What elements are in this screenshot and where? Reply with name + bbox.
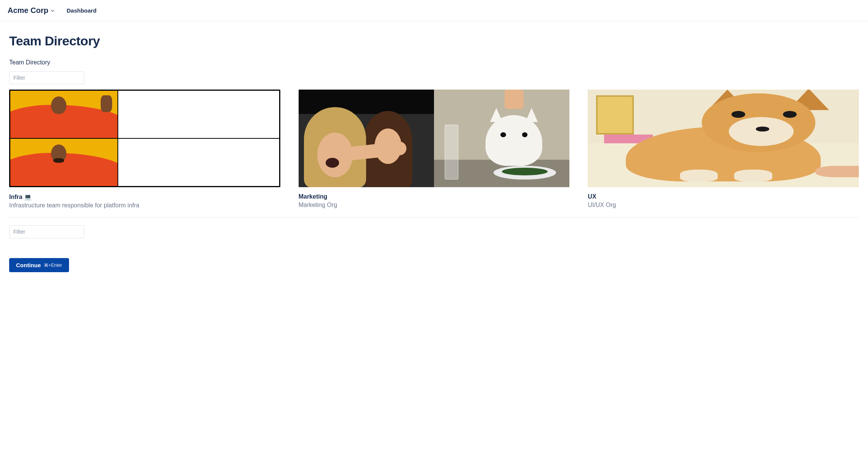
- drake-meme-image: [9, 90, 280, 187]
- team-subtitle: UI/UX Org: [588, 202, 859, 209]
- team-title: Marketing: [299, 193, 570, 200]
- page-title: Team Directory: [9, 34, 859, 48]
- section-label: Team Directory: [9, 59, 859, 66]
- team-card-ux[interactable]: UX UI/UX Org: [588, 90, 859, 209]
- team-title: UX: [588, 193, 859, 200]
- navbar: Acme Corp Dashboard: [0, 0, 868, 21]
- continue-button[interactable]: Continue ⌘+Enter: [9, 258, 69, 272]
- teams-grid: Infra 💻 Infrastructure team responsible …: [9, 90, 859, 218]
- continue-label: Continue: [16, 262, 41, 268]
- chevron-down-icon: [51, 9, 55, 13]
- team-image: [588, 90, 859, 187]
- filter-top-wrap: [9, 71, 859, 84]
- continue-shortcut: ⌘+Enter: [44, 263, 62, 268]
- filter-input-top[interactable]: [9, 71, 84, 84]
- doge-meme-image: [588, 90, 859, 187]
- filter-bottom-wrap: [9, 225, 859, 238]
- team-card-infra[interactable]: Infra 💻 Infrastructure team responsible …: [9, 90, 280, 209]
- team-image: [299, 90, 570, 187]
- team-image: [9, 90, 280, 187]
- filter-input-bottom[interactable]: [9, 225, 84, 238]
- woman-yelling-at-cat-meme-image: [299, 90, 570, 187]
- team-card-marketing[interactable]: Marketing Marketing Org: [299, 90, 570, 209]
- team-subtitle: Infrastructure team responsible for plat…: [9, 202, 280, 209]
- team-subtitle: Marketing Org: [299, 202, 570, 209]
- nav-item-dashboard[interactable]: Dashboard: [67, 7, 96, 14]
- brand-switcher[interactable]: Acme Corp: [8, 6, 55, 15]
- team-title: Infra 💻: [9, 193, 280, 201]
- brand-name: Acme Corp: [8, 6, 48, 15]
- main-container: Team Directory Team Directory: [0, 21, 868, 281]
